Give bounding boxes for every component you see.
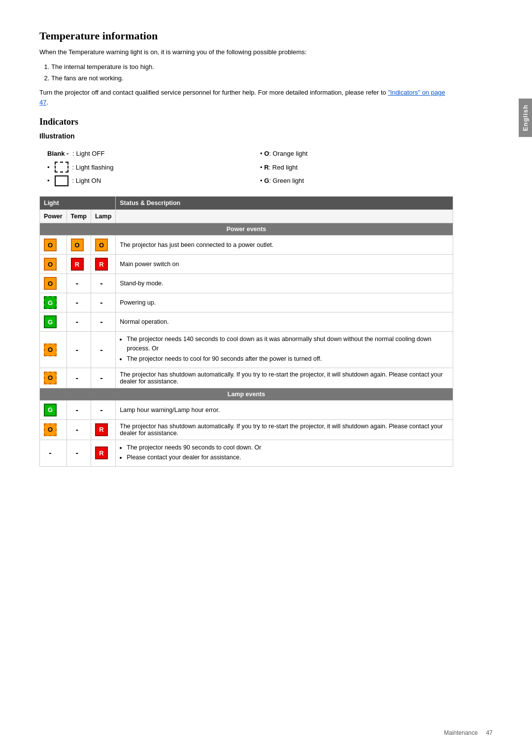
lamp-cell: - [91, 332, 115, 368]
led-indicator: - [71, 277, 84, 290]
page-content: Temperature information When the Tempera… [0, 0, 493, 496]
description-cell: Normal operation. [116, 312, 453, 332]
power-cell: O [40, 255, 67, 274]
led-indicator: O [44, 239, 57, 251]
temp-cell: - [66, 368, 91, 388]
led-indicator: G [44, 404, 57, 416]
note-end: . [46, 99, 48, 106]
lamp-cell: - [91, 368, 115, 388]
led-indicator: - [95, 404, 108, 416]
indicator-table: Light Status & Description Power Temp La… [39, 196, 453, 467]
desc-list-item: The projector needs to cool for 90 secon… [127, 354, 449, 364]
subheader-temp: Temp [66, 210, 91, 223]
led-indicator: - [71, 296, 84, 309]
lamp-cell: R [91, 419, 115, 440]
description-cell: Powering up. [116, 293, 453, 312]
section-header-row: Power events [40, 223, 453, 236]
table-row: O--Stand-by mode. [40, 274, 453, 293]
blank-symbol: Blank - [47, 148, 68, 159]
indicators-title: Indicators [39, 117, 453, 127]
problem-1: The internal temperature is too high. [51, 61, 453, 72]
section-header-row: Lamp events [40, 388, 453, 400]
legend-grid: Blank - : Light OFF • O: Orange light • … [47, 148, 453, 186]
green-label: • G: Green light [260, 175, 304, 186]
table-row: O--The projector has shutdown automatica… [40, 368, 453, 388]
power-cell: G [40, 293, 67, 312]
led-indicator: - [71, 344, 84, 356]
led-indicator: R [71, 258, 84, 271]
led-indicator: G [44, 296, 57, 309]
lamp-cell: O [91, 236, 115, 255]
legend-on: • : Light ON [47, 175, 240, 186]
footer-page: 47 [486, 729, 493, 736]
description-cell: The projector needs 140 seconds to cool … [116, 332, 453, 368]
power-cell: O [40, 332, 67, 368]
lamp-cell: - [91, 293, 115, 312]
table-row: ORRMain power switch on [40, 255, 453, 274]
table-row: O--The projector needs 140 seconds to co… [40, 332, 453, 368]
red-label: • R: Red light [260, 162, 298, 173]
table-row: G--Normal operation. [40, 312, 453, 332]
table-row: --RThe projector needs 90 seconds to coo… [40, 440, 453, 467]
problems-list: The internal temperature is too high. Th… [51, 61, 453, 84]
led-indicator: R [95, 423, 108, 436]
description-cell: The projector has shutdown automatically… [116, 368, 453, 388]
flash-symbol [55, 162, 68, 172]
desc-list-item: The projector needs 90 seconds to cool d… [127, 443, 449, 452]
description-cell: The projector has shutdown automatically… [116, 419, 453, 440]
led-indicator: O [44, 423, 57, 436]
orange-label: • O: Orange light [260, 148, 307, 159]
desc-list-item: Please contact your dealer for assistanc… [127, 453, 449, 462]
temp-cell: - [66, 440, 91, 467]
temp-cell: - [66, 332, 91, 368]
table-row: G--Lamp hour warning/Lamp hour error. [40, 400, 453, 419]
turn-off-text: Turn the projector off and contact quali… [39, 89, 388, 96]
temp-cell: - [66, 293, 91, 312]
header-light: Light [40, 197, 116, 210]
description-cell: Lamp hour warning/Lamp hour error. [116, 400, 453, 419]
header-status: Status & Description [116, 197, 453, 210]
flash-label: : Light flashing [72, 162, 114, 173]
table-row: OOOThe projector has just been connected… [40, 236, 453, 255]
led-indicator: O [95, 239, 108, 251]
lamp-cell: - [91, 400, 115, 419]
led-indicator: R [95, 447, 108, 459]
lamp-cell: - [91, 312, 115, 332]
led-indicator: - [95, 296, 108, 309]
legend-orange: • O: Orange light [260, 148, 453, 159]
led-indicator: - [71, 447, 84, 459]
temp-cell: - [66, 274, 91, 293]
led-indicator: - [71, 315, 84, 328]
led-indicator: O [44, 344, 57, 356]
led-indicator: R [95, 258, 108, 271]
footer-label: Maintenance [444, 729, 478, 736]
led-indicator: - [44, 447, 57, 459]
led-indicator: O [44, 372, 57, 384]
legend-blank: Blank - : Light OFF [47, 148, 240, 159]
power-cell: O [40, 236, 67, 255]
subheader-lamp: Lamp [91, 210, 115, 223]
legend-green: • G: Green light [260, 175, 453, 186]
led-indicator: G [44, 315, 57, 328]
description-cell: The projector needs 90 seconds to cool d… [116, 440, 453, 467]
temp-cell: - [66, 400, 91, 419]
illustration-title: Illustration [39, 132, 453, 140]
legend-flash: • : Light flashing [47, 162, 240, 173]
table-row: O-RThe projector has shutdown automatica… [40, 419, 453, 440]
led-indicator: - [71, 372, 84, 384]
description-cell: Stand-by mode. [116, 274, 453, 293]
lamp-cell: R [91, 255, 115, 274]
subheader-power: Power [40, 210, 67, 223]
led-indicator: - [71, 404, 84, 416]
blank-label: : Light OFF [72, 148, 104, 159]
problem-2: The fans are not working. [51, 72, 453, 84]
lamp-cell: - [91, 274, 115, 293]
led-indicator: - [95, 372, 108, 384]
lamp-cell: R [91, 440, 115, 467]
desc-list-item: The projector needs 140 seconds to cool … [127, 335, 449, 353]
power-cell: O [40, 274, 67, 293]
temp-cell: - [66, 312, 91, 332]
power-cell: O [40, 419, 67, 440]
led-indicator: - [95, 344, 108, 356]
power-cell: O [40, 368, 67, 388]
